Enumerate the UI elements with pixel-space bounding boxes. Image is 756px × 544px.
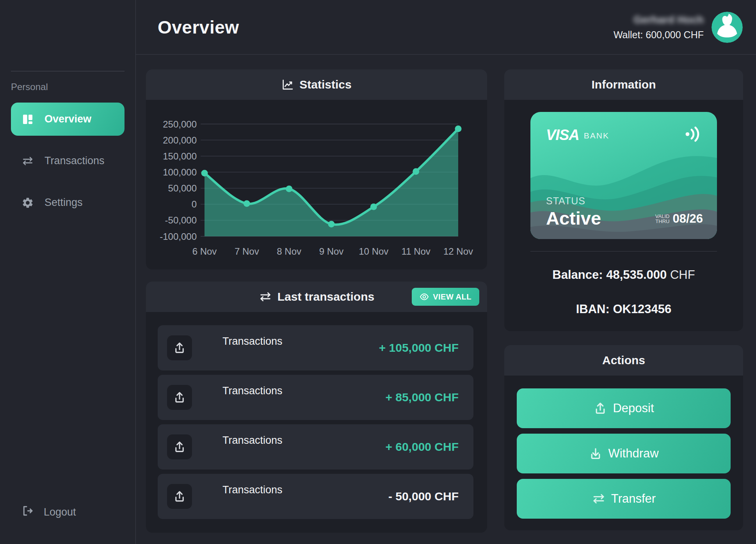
avatar[interactable]	[712, 12, 743, 43]
right-column: Information	[504, 69, 743, 533]
gear-icon	[21, 196, 34, 209]
svg-text:6 Nov: 6 Nov	[192, 246, 217, 257]
information-body: VISA BANK STATUS Active	[504, 100, 743, 331]
eye-icon	[420, 292, 429, 301]
withdraw-label: Withdraw	[608, 447, 658, 461]
card-status-label: STATUS	[546, 195, 601, 207]
upload-icon	[167, 335, 192, 360]
sidebar: Personal Overview Transactions Settings …	[0, 0, 136, 544]
card-valid-thru-label: VALID THRU	[655, 214, 670, 224]
card-status-value: Active	[546, 207, 601, 229]
information-panel: Information	[504, 69, 743, 331]
visa-logo: VISA	[546, 127, 579, 144]
statistics-chart: 250,000200,000150,000100,00050,0000-50,0…	[146, 100, 487, 269]
information-header: Information	[504, 69, 743, 100]
actions-body: Deposit Withdraw Transfe	[504, 376, 743, 530]
balance-line: Balance: 48,535.000 CHF	[504, 268, 743, 282]
upload-icon	[593, 401, 607, 415]
logout-label: Logout	[44, 506, 76, 518]
actions-panel: Actions Deposit	[504, 345, 743, 530]
information-title: Information	[592, 78, 656, 91]
svg-text:150,000: 150,000	[163, 151, 197, 161]
transfer-icon	[21, 154, 34, 168]
wallet-balance: Wallet: 600,000 CHF	[614, 29, 704, 41]
svg-text:-100,000: -100,000	[160, 231, 197, 242]
transaction-label: Transactions	[222, 385, 283, 397]
svg-text:7 Nov: 7 Nov	[235, 246, 259, 257]
sidebar-item-label: Settings	[44, 197, 83, 209]
transfer-icon	[259, 290, 272, 303]
svg-text:9 Nov: 9 Nov	[319, 246, 344, 257]
sidebar-item-settings[interactable]: Settings	[11, 186, 125, 219]
svg-text:200,000: 200,000	[163, 135, 197, 145]
transaction-amount: + 85,000 CHF	[385, 391, 459, 404]
sidebar-divider	[11, 71, 125, 71]
balance-value: Balance: 48,535.000	[552, 268, 667, 282]
svg-text:12 Nov: 12 Nov	[443, 246, 473, 257]
transaction-amount: + 105,000 CHF	[379, 341, 459, 354]
iban-line: IBAN: OK123456	[504, 302, 743, 316]
card-status-row: STATUS Active VALID THRU 08/26	[546, 195, 703, 229]
user-info[interactable]: Gerhard Hoch Wallet: 600,000 CHF	[614, 12, 743, 43]
transaction-label: Transactions	[222, 484, 283, 496]
svg-text:11 Nov: 11 Nov	[402, 246, 430, 257]
balance-currency: CHF	[670, 268, 695, 282]
view-all-button[interactable]: VIEW ALL	[412, 288, 479, 306]
logout-button[interactable]: Logout	[11, 505, 125, 520]
information-divider	[530, 251, 717, 252]
card-valid-thru-value: 08/26	[672, 212, 703, 226]
transaction-row[interactable]: Transactions - 50,000 CHF	[158, 474, 473, 519]
transactions-header: Last transactions VIEW ALL	[146, 282, 487, 312]
user-name: Gerhard Hoch	[614, 14, 704, 26]
sidebar-item-label: Overview	[44, 113, 91, 125]
svg-text:50,000: 50,000	[168, 183, 197, 193]
sidebar-section-label: Personal	[11, 82, 125, 92]
chart-line-icon	[281, 78, 294, 91]
sidebar-item-overview[interactable]: Overview	[11, 103, 125, 136]
content-area: Statistics 250,000200,000150,000100,0005…	[136, 55, 756, 533]
contactless-icon	[683, 126, 703, 144]
view-all-label: VIEW ALL	[433, 292, 471, 301]
page-title: Overview	[158, 17, 239, 38]
middle-column: Statistics 250,000200,000150,000100,0005…	[146, 69, 487, 533]
upload-icon	[167, 484, 192, 509]
main-content: Overview Gerhard Hoch Wallet: 600,000 CH…	[136, 0, 756, 544]
statistics-title: Statistics	[299, 78, 351, 91]
logout-icon	[21, 505, 34, 520]
transaction-amount: - 50,000 CHF	[388, 490, 459, 503]
actions-title: Actions	[602, 354, 645, 367]
transaction-label: Transactions	[222, 434, 283, 447]
sidebar-item-transactions[interactable]: Transactions	[11, 144, 125, 177]
svg-text:10 Nov: 10 Nov	[359, 246, 388, 257]
transaction-row[interactable]: Transactions + 105,000 CHF	[158, 325, 473, 370]
deposit-button[interactable]: Deposit	[517, 388, 731, 428]
header: Overview Gerhard Hoch Wallet: 600,000 CH…	[136, 0, 756, 55]
download-icon	[589, 447, 603, 461]
svg-text:100,000: 100,000	[163, 167, 197, 177]
bank-card: VISA BANK STATUS Active	[530, 112, 717, 239]
transaction-row[interactable]: Transactions + 60,000 CHF	[158, 424, 473, 470]
svg-text:0: 0	[192, 199, 197, 209]
dashboard-icon	[21, 113, 34, 126]
banking-dashboard: Personal Overview Transactions Settings …	[0, 0, 756, 544]
svg-text:-50,000: -50,000	[165, 215, 197, 225]
deposit-label: Deposit	[613, 401, 654, 415]
upload-icon	[167, 385, 192, 410]
transfer-icon	[592, 492, 606, 506]
statistics-panel: Statistics 250,000200,000150,000100,0005…	[146, 69, 487, 269]
statistics-header: Statistics	[146, 69, 487, 100]
transactions-list: Transactions + 105,000 CHF Transactions …	[146, 312, 487, 533]
transaction-row[interactable]: Transactions + 85,000 CHF	[158, 375, 473, 420]
card-brand-row: VISA BANK	[546, 126, 703, 144]
transaction-label: Transactions	[222, 335, 283, 347]
actions-header: Actions	[504, 345, 743, 376]
transactions-title: Last transactions	[277, 290, 374, 303]
transfer-button[interactable]: Transfer	[517, 479, 731, 519]
transaction-amount: + 60,000 CHF	[385, 440, 459, 454]
withdraw-button[interactable]: Withdraw	[517, 434, 731, 473]
svg-text:250,000: 250,000	[163, 119, 197, 129]
upload-icon	[167, 434, 192, 459]
svg-text:8 Nov: 8 Nov	[277, 246, 301, 257]
bank-label: BANK	[584, 131, 609, 140]
sidebar-item-label: Transactions	[44, 155, 105, 167]
